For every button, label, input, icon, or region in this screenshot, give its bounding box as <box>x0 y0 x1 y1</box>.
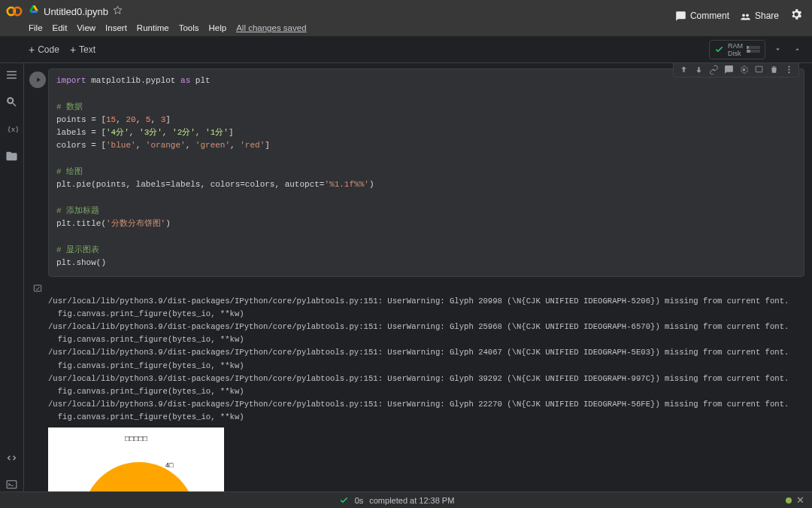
resource-indicator[interactable]: RAM Disk <box>709 40 765 59</box>
drive-icon <box>29 5 39 18</box>
output-toggle-icon[interactable] <box>32 283 43 491</box>
svg-point-8 <box>788 65 789 67</box>
menu-tools[interactable]: Tools <box>179 23 199 32</box>
warning-line: fig.canvas.print_figure(bytes_io, **kw) <box>48 387 244 396</box>
share-label: Share <box>755 11 779 21</box>
move-up-icon[interactable] <box>677 63 690 76</box>
menu-runtime[interactable]: Runtime <box>137 23 169 32</box>
svg-rect-11 <box>34 285 41 291</box>
warning-line: /usr/local/lib/python3.9/dist-packages/I… <box>48 348 789 357</box>
terminal-icon[interactable] <box>5 478 19 491</box>
menu-help[interactable]: Help <box>209 23 227 32</box>
title-bar: Untitled0.ipynb File Edit View Insert Ru… <box>0 0 812 36</box>
search-icon[interactable] <box>5 95 19 108</box>
variables-icon[interactable]: {x} <box>5 122 19 135</box>
notebook-main: import matplotlib.pyplot as plt # 数据 poi… <box>24 63 812 491</box>
comment-label: Comment <box>690 11 729 21</box>
pie-graphic <box>83 462 195 491</box>
share-button[interactable]: Share <box>740 11 779 22</box>
collapse-header-button[interactable] <box>789 42 804 57</box>
code-cell[interactable]: import matplotlib.pyplot as plt # 数据 poi… <box>48 68 804 277</box>
settings-icon[interactable] <box>789 8 803 24</box>
cell-toolbar <box>673 63 799 78</box>
add-text-button[interactable]: +Text <box>70 44 95 55</box>
warning-line: fig.canvas.print_figure(bytes_io, **kw) <box>48 335 244 344</box>
cell-output: /usr/local/lib/python3.9/dist-packages/I… <box>48 281 804 491</box>
move-down-icon[interactable] <box>692 63 705 76</box>
toc-icon[interactable] <box>5 68 19 81</box>
warning-line: fig.canvas.print_figure(bytes_io, **kw) <box>48 412 244 421</box>
link-icon[interactable] <box>707 63 720 76</box>
close-status-icon[interactable]: ✕ <box>796 494 804 506</box>
save-status[interactable]: All changes saved <box>236 23 306 32</box>
colab-logo-icon[interactable] <box>6 3 23 20</box>
warning-line: /usr/local/lib/python3.9/dist-packages/I… <box>48 297 789 306</box>
add-code-button[interactable]: +Code <box>29 44 59 55</box>
delete-cell-icon[interactable] <box>767 63 780 76</box>
status-check-icon <box>339 495 349 505</box>
pie-chart: □□□□□ 4□ 3□ 2□ 1□ 34.9% 46.5% 11.6% 7.0% <box>48 427 224 491</box>
status-bar: 0s completed at 12:38 PM ✕ <box>0 491 812 508</box>
menu-insert[interactable]: Insert <box>105 23 127 32</box>
exec-time: 0s <box>355 496 364 505</box>
kernel-status-dot <box>786 497 792 503</box>
disk-label: Disk <box>728 50 743 57</box>
cell-settings-icon[interactable] <box>737 63 750 76</box>
comment-button[interactable]: Comment <box>675 11 729 22</box>
ram-bar <box>747 46 760 49</box>
warning-line: fig.canvas.print_figure(bytes_io, **kw) <box>48 361 244 370</box>
menu-view[interactable]: View <box>77 23 95 32</box>
svg-text:{x}: {x} <box>7 125 18 133</box>
svg-rect-7 <box>756 66 762 72</box>
menu-edit[interactable]: Edit <box>53 23 68 32</box>
mirror-icon[interactable] <box>752 63 765 76</box>
warning-line: fig.canvas.print_figure(bytes_io, **kw) <box>48 309 244 318</box>
svg-point-9 <box>788 68 789 70</box>
completed-at: completed at 12:38 PM <box>369 496 454 505</box>
svg-point-6 <box>742 68 744 70</box>
star-icon[interactable] <box>113 5 123 18</box>
warning-line: /usr/local/lib/python3.9/dist-packages/I… <box>48 400 789 409</box>
notebook-title[interactable]: Untitled0.ipynb <box>44 6 108 17</box>
code-snippets-icon[interactable] <box>5 451 19 464</box>
svg-point-3 <box>746 14 749 17</box>
cell-comment-icon[interactable] <box>722 63 735 76</box>
run-cell-button[interactable] <box>29 71 46 88</box>
svg-rect-5 <box>7 480 17 488</box>
session-dropdown[interactable] <box>770 42 785 57</box>
menu-file[interactable]: File <box>29 23 43 32</box>
slice-label-4: 4□ <box>165 459 173 472</box>
menu-bar: File Edit View Insert Runtime Tools Help… <box>6 20 307 32</box>
disk-bar <box>747 50 760 53</box>
ram-label: RAM <box>728 42 743 50</box>
code-editor[interactable]: import matplotlib.pyplot as plt # 数据 poi… <box>49 69 804 276</box>
warning-line: /usr/local/lib/python3.9/dist-packages/I… <box>48 322 789 331</box>
warning-line: /usr/local/lib/python3.9/dist-packages/I… <box>48 374 789 383</box>
svg-point-2 <box>742 14 745 17</box>
toolbar: +Code +Text RAM Disk <box>0 36 812 63</box>
chart-title: □□□□□ <box>48 432 224 445</box>
svg-point-10 <box>788 71 789 73</box>
left-rail: {x} <box>0 63 24 491</box>
files-icon[interactable] <box>5 149 19 163</box>
more-icon[interactable] <box>782 63 795 76</box>
